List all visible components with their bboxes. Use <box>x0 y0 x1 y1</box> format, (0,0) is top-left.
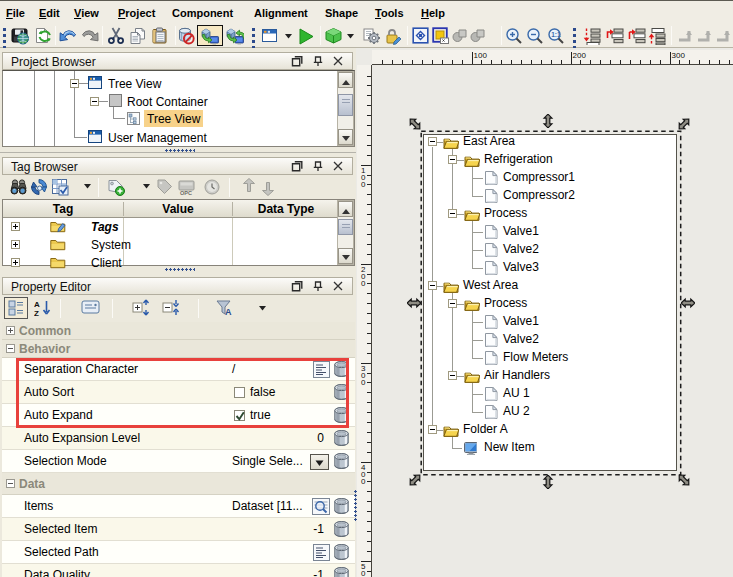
svg-text:A: A <box>225 307 232 317</box>
svg-text:1:1: 1:1 <box>551 31 561 38</box>
svg-text:Z: Z <box>34 309 39 318</box>
svg-text:OPC: OPC <box>180 190 192 196</box>
